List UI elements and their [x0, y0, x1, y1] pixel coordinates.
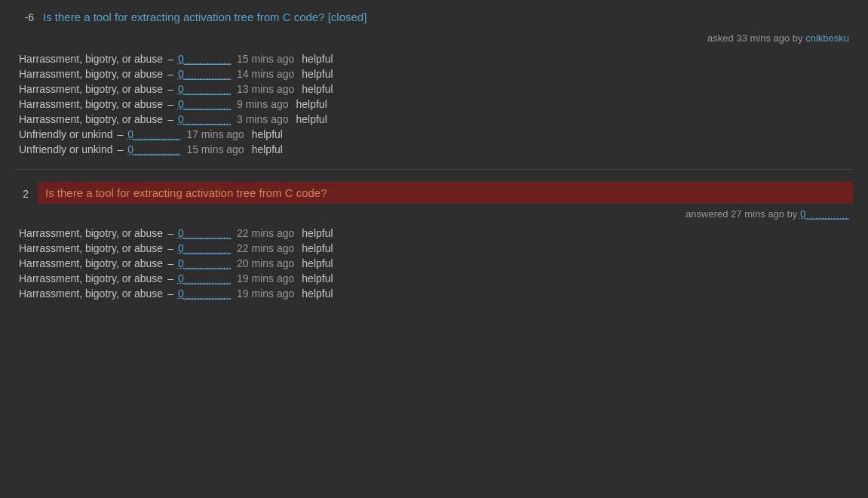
question2-answerer[interactable]: 0________ — [800, 208, 849, 220]
flag-time: 14 mins ago — [237, 68, 294, 80]
question2-flag-list: Harrassment, bigotry, or abuse – 0______… — [15, 226, 853, 301]
flag-user[interactable]: 0________ — [178, 272, 231, 284]
flag-type: Harrassment, bigotry, or abuse — [19, 68, 163, 80]
flag-item: Unfriendly or unkind – 0________ 17 mins… — [19, 127, 853, 142]
question1-title[interactable]: Is there a tool for extracting activatio… — [43, 11, 367, 23]
flag-type: Harrassment, bigotry, or abuse — [19, 242, 163, 254]
question2-title[interactable]: Is there a tool for extracting activatio… — [38, 182, 853, 204]
question1-flag-list: Harrassment, bigotry, or abuse – 0______… — [15, 51, 853, 157]
flag-time: 3 mins ago — [237, 113, 288, 125]
flag-dash: – — [118, 128, 124, 140]
question1-asker[interactable]: cnikbesku — [805, 32, 849, 44]
flag-user[interactable]: 0________ — [127, 128, 180, 140]
flag-helpful: helpful — [302, 242, 333, 254]
flag-type: Harrassment, bigotry, or abuse — [19, 257, 163, 269]
flag-helpful: helpful — [302, 287, 333, 300]
flag-time: 15 mins ago — [237, 53, 294, 65]
flag-type: Harrassment, bigotry, or abuse — [19, 272, 163, 284]
flag-item: Harrassment, bigotry, or abuse – 0______… — [19, 226, 853, 241]
flag-dash: – — [167, 227, 173, 239]
flag-item: Harrassment, bigotry, or abuse – 0______… — [19, 97, 853, 112]
flag-dash: – — [167, 287, 173, 300]
flag-user[interactable]: 0________ — [178, 53, 231, 65]
flag-time: 20 mins ago — [237, 257, 294, 269]
flag-item: Harrassment, bigotry, or abuse – 0______… — [19, 81, 853, 97]
question1-meta-text: asked 33 mins ago by — [707, 32, 802, 44]
flag-helpful: helpful — [296, 113, 327, 125]
flag-item: Harrassment, bigotry, or abuse – 0______… — [19, 241, 853, 256]
question1-section: -6 Is there a tool for extracting activa… — [15, 8, 853, 157]
question1-score: -6 — [15, 11, 34, 23]
flag-helpful: helpful — [302, 257, 333, 269]
flag-type: Unfriendly or unkind — [19, 128, 113, 140]
flag-time: 19 mins ago — [237, 272, 294, 284]
flag-dash: – — [167, 113, 173, 125]
flag-user[interactable]: 0________ — [178, 287, 231, 300]
flag-helpful: helpful — [302, 53, 333, 65]
flag-user[interactable]: 0________ — [178, 227, 231, 239]
flag-time: 13 mins ago — [237, 83, 294, 95]
flag-type: Harrassment, bigotry, or abuse — [19, 287, 163, 300]
question2-section: 2 Is there a tool for extracting activat… — [15, 182, 853, 301]
flag-time: 19 mins ago — [237, 287, 294, 300]
flag-user[interactable]: 0________ — [178, 68, 231, 80]
flag-item: Harrassment, bigotry, or abuse – 0______… — [19, 256, 853, 271]
flag-type: Unfriendly or unkind — [19, 143, 113, 155]
flag-item: Harrassment, bigotry, or abuse – 0______… — [19, 66, 853, 81]
flag-dash: – — [167, 98, 173, 110]
question2-header: 2 Is there a tool for extracting activat… — [15, 182, 853, 204]
question2-meta: answered 27 mins ago by 0________ — [15, 208, 853, 220]
flag-type: Harrassment, bigotry, or abuse — [19, 53, 163, 65]
flag-user[interactable]: 0________ — [178, 242, 231, 254]
flag-user[interactable]: 0________ — [178, 83, 231, 95]
flag-helpful: helpful — [252, 143, 283, 155]
flag-helpful: helpful — [296, 98, 327, 110]
question1-header: -6 Is there a tool for extracting activa… — [15, 8, 853, 26]
flag-dash: – — [167, 242, 173, 254]
flag-time: 15 mins ago — [186, 143, 244, 155]
question2-meta-text: answered 27 mins ago by — [686, 208, 797, 220]
flag-type: Harrassment, bigotry, or abuse — [19, 113, 163, 125]
flag-dash: – — [167, 68, 173, 80]
flag-item: Harrassment, bigotry, or abuse – 0______… — [19, 271, 853, 286]
flag-dash: – — [118, 143, 124, 155]
flag-item: Harrassment, bigotry, or abuse – 0______… — [19, 286, 853, 301]
flag-helpful: helpful — [302, 83, 333, 95]
flag-helpful: helpful — [252, 128, 283, 140]
flag-type: Harrassment, bigotry, or abuse — [19, 83, 163, 95]
flag-helpful: helpful — [302, 68, 333, 80]
flag-item: Unfriendly or unkind – 0________ 15 mins… — [19, 142, 853, 157]
flag-type: Harrassment, bigotry, or abuse — [19, 227, 163, 239]
flag-item: Harrassment, bigotry, or abuse – 0______… — [19, 112, 853, 127]
flag-helpful: helpful — [302, 227, 333, 239]
flag-user[interactable]: 0________ — [127, 143, 180, 155]
flag-user[interactable]: 0________ — [178, 113, 231, 125]
flag-dash: – — [167, 272, 173, 284]
flag-user[interactable]: 0________ — [178, 98, 231, 110]
flag-dash: – — [167, 257, 173, 269]
question1-meta: asked 33 mins ago by cnikbesku — [15, 32, 853, 44]
flag-dash: – — [167, 83, 173, 95]
flag-time: 17 mins ago — [186, 128, 244, 140]
flag-time: 9 mins ago — [237, 98, 288, 110]
flag-dash: – — [167, 53, 173, 65]
flag-user[interactable]: 0________ — [178, 257, 231, 269]
section-divider — [15, 169, 853, 170]
flag-time: 22 mins ago — [237, 242, 294, 254]
flag-type: Harrassment, bigotry, or abuse — [19, 98, 163, 110]
flag-time: 22 mins ago — [237, 227, 294, 239]
flag-item: Harrassment, bigotry, or abuse – 0______… — [19, 51, 853, 66]
question2-score: 2 — [15, 182, 38, 204]
flag-helpful: helpful — [302, 272, 333, 284]
